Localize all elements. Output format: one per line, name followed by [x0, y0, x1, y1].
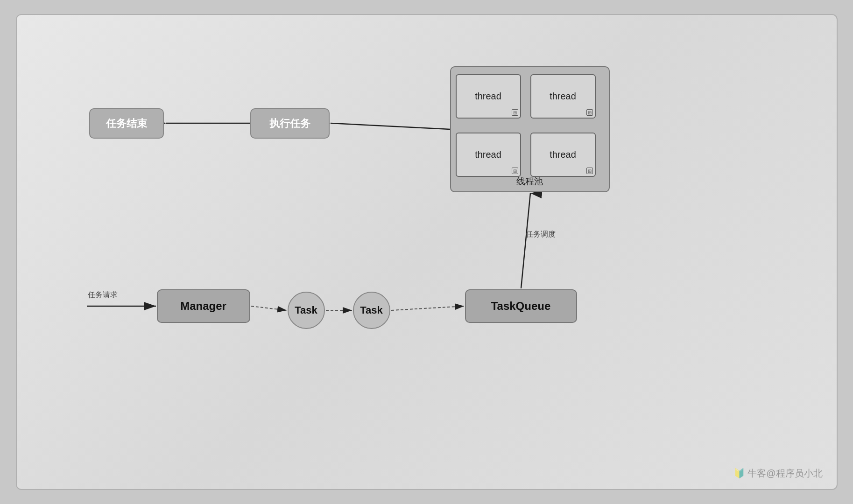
thread-pool-container: thread ⊞ thread ⊞ 线程池 thread ⊞ thread ⊞: [450, 66, 610, 192]
plus-icon-tl: ⊞: [512, 109, 518, 116]
execute-task-box: 执行任务: [250, 108, 330, 139]
watermark: 🔰 牛客@程序员小北: [733, 467, 823, 480]
thread-box-br: thread ⊞: [530, 133, 596, 177]
plus-icon-bl: ⊞: [512, 168, 518, 174]
plus-icon-br: ⊞: [586, 168, 593, 174]
thread-box-tl: thread ⊞: [456, 74, 521, 119]
arrows-layer: [17, 15, 837, 489]
task-schedule-label: 任务调度: [526, 230, 556, 239]
pool-label: 线程池: [451, 175, 609, 188]
svg-line-6: [251, 306, 287, 310]
task-end-box: 任务结束: [89, 108, 164, 139]
svg-line-8: [391, 306, 464, 310]
svg-line-9: [521, 193, 530, 288]
thread-box-tr: thread ⊞: [530, 74, 596, 119]
manager-box: Manager: [157, 289, 250, 323]
taskqueue-box: TaskQueue: [465, 289, 577, 323]
plus-icon-tr: ⊞: [586, 109, 593, 116]
task-request-label: 任务请求: [88, 290, 118, 300]
thread-box-bl: thread ⊞: [456, 133, 521, 177]
diagram-canvas: 任务结束 执行任务 thread ⊞ thread ⊞ 线程池 thread ⊞…: [16, 14, 838, 490]
task-circle-2: Task: [353, 292, 390, 329]
task-circle-1: Task: [288, 292, 325, 329]
svg-line-4: [331, 123, 450, 129]
